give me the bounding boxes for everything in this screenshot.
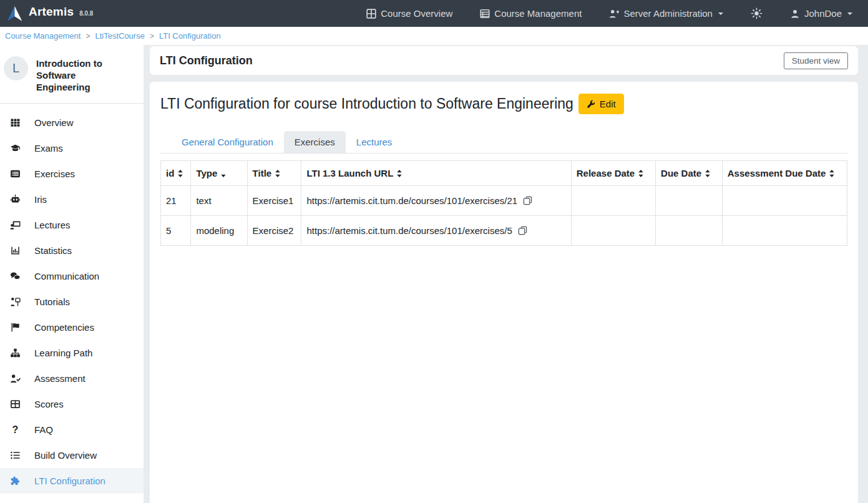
column-header-id[interactable]: id xyxy=(161,161,191,186)
cell-title: Exercise1 xyxy=(247,186,301,216)
sidebar-item-label: Iris xyxy=(34,194,47,205)
theme-toggle[interactable] xyxy=(751,7,763,19)
table-header-row: id Type Title LTI 1.3 Launch URL Release… xyxy=(161,161,847,186)
user-menu[interactable]: JohnDoe xyxy=(790,8,852,19)
launch-url-text: https://artemis.cit.tum.de/courses/101/e… xyxy=(306,225,512,236)
sort-desc-icon xyxy=(220,170,227,177)
artemis-brand[interactable]: Artemis 8.0.8 xyxy=(6,5,93,22)
cell-assessment-due-date xyxy=(722,186,847,216)
edit-button[interactable]: Edit xyxy=(578,94,624,114)
edit-button-label: Edit xyxy=(600,99,616,109)
sidebar-item-assessment[interactable]: Assessment xyxy=(0,366,144,391)
user-name: JohnDoe xyxy=(804,8,842,19)
sidebar-item-tutorials[interactable]: Tutorials xyxy=(0,289,144,315)
list-box-icon xyxy=(9,168,21,179)
chalkboard-user-icon xyxy=(9,220,21,230)
sidebar-item-label: Lectures xyxy=(34,220,71,230)
user-plus-icon xyxy=(609,9,619,19)
content-card: LTI Configuration for course Introductio… xyxy=(150,82,858,503)
list-icon xyxy=(9,450,21,461)
breadcrumb-separator: > xyxy=(150,32,154,41)
breadcrumb-separator: > xyxy=(85,32,90,41)
sort-icon xyxy=(396,170,402,177)
sidebar-item-label: LTI Configuration xyxy=(34,476,105,486)
table-row: 5 modeling Exercise2 https://artemis.cit… xyxy=(161,216,847,246)
main-column: LTI Configuration Student view LTI Confi… xyxy=(150,46,858,503)
column-header-due-date[interactable]: Due Date xyxy=(656,161,723,186)
tab-exercises[interactable]: Exercises xyxy=(284,131,346,153)
sidebar-item-statistics[interactable]: Statistics xyxy=(0,238,144,263)
chart-icon xyxy=(9,245,21,256)
page-header-bar: LTI Configuration Student view xyxy=(150,46,858,75)
comments-icon xyxy=(9,271,21,281)
column-header-type[interactable]: Type xyxy=(191,161,247,186)
column-header-title[interactable]: Title xyxy=(247,161,301,186)
sitemap-icon xyxy=(9,348,21,358)
breadcrumb-course[interactable]: LtiTestCourse xyxy=(95,31,144,41)
cell-release-date xyxy=(571,216,655,246)
page-title: LTI Configuration for course Introductio… xyxy=(160,95,573,112)
tab-general-configuration[interactable]: General Configuration xyxy=(171,131,284,153)
wrench-icon xyxy=(587,100,595,109)
graduation-cap-icon xyxy=(9,143,21,154)
table-cells-icon xyxy=(9,117,21,128)
sidebar-item-label: Exams xyxy=(34,143,63,154)
sidebar-item-label: Statistics xyxy=(34,245,72,256)
sidebar-item-label: Overview xyxy=(34,117,74,128)
column-header-release-date[interactable]: Release Date xyxy=(571,161,655,186)
user-check-icon xyxy=(9,373,21,384)
launch-url-text: https://artemis.cit.tum.de/courses/101/e… xyxy=(306,195,517,206)
sort-icon xyxy=(275,170,281,177)
person-sign-icon xyxy=(9,296,21,307)
exercises-table: id Type Title LTI 1.3 Launch URL Release… xyxy=(160,160,847,246)
column-header-launch-url[interactable]: LTI 1.3 Launch URL xyxy=(301,161,571,186)
course-title: Introduction to Software Engineering xyxy=(36,56,130,93)
sort-icon xyxy=(177,170,183,177)
table-row: 21 text Exercise1 https://artemis.cit.tu… xyxy=(161,186,847,216)
robot-icon xyxy=(9,194,21,205)
puzzle-icon xyxy=(9,476,21,486)
breadcrumb: Course Management > LtiTestCourse > LTI … xyxy=(0,27,868,45)
breadcrumb-course-management[interactable]: Course Management xyxy=(5,31,80,41)
sidebar-item-faq[interactable]: FAQ xyxy=(0,417,144,442)
tab-bar: General Configuration Exercises Lectures xyxy=(160,131,847,154)
cell-due-date xyxy=(656,186,723,216)
student-view-button[interactable]: Student view xyxy=(784,52,848,69)
nav-label: Server Administration xyxy=(623,8,713,19)
sidebar-item-exercises[interactable]: Exercises xyxy=(0,161,144,187)
sidebar-item-label: Build Overview xyxy=(34,450,97,461)
sidebar-item-exams[interactable]: Exams xyxy=(0,135,144,161)
cell-due-date xyxy=(656,216,723,246)
sidebar-item-scores[interactable]: Scores xyxy=(0,391,144,417)
nav-course-management[interactable]: Course Management xyxy=(480,8,582,19)
top-nav-links: Course Overview Course Management Server… xyxy=(366,7,852,19)
sidebar-item-lti-configuration[interactable]: LTI Configuration xyxy=(0,468,144,494)
copy-icon[interactable] xyxy=(523,196,532,205)
user-icon xyxy=(790,9,800,19)
cell-release-date xyxy=(571,186,655,216)
nav-label: Course Overview xyxy=(381,8,452,19)
sidebar-item-communication[interactable]: Communication xyxy=(0,263,144,289)
cell-type: modeling xyxy=(191,216,247,246)
sidebar-item-label: Learning Path xyxy=(34,348,92,358)
tab-lectures[interactable]: Lectures xyxy=(346,131,403,153)
column-header-assessment-due-date[interactable]: Assessment Due Date xyxy=(722,161,847,186)
nav-course-overview[interactable]: Course Overview xyxy=(366,8,452,19)
question-icon xyxy=(9,424,21,436)
nav-server-administration[interactable]: Server Administration xyxy=(609,8,723,19)
sidebar-item-lectures[interactable]: Lectures xyxy=(0,212,144,238)
sidebar-item-iris[interactable]: Iris xyxy=(0,187,144,212)
cell-assessment-due-date xyxy=(722,216,847,246)
sidebar-item-label: Exercises xyxy=(34,168,75,179)
sort-icon xyxy=(638,170,644,177)
sidebar-item-label: Communication xyxy=(34,271,99,281)
sidebar-item-build-overview[interactable]: Build Overview xyxy=(0,442,144,468)
artemis-logo-icon xyxy=(6,5,23,22)
copy-icon[interactable] xyxy=(518,226,527,235)
top-navbar: Artemis 8.0.8 Course Overview Course Man… xyxy=(0,0,868,27)
sidebar-item-learning-path[interactable]: Learning Path xyxy=(0,340,144,366)
sidebar-item-overview[interactable]: Overview xyxy=(0,110,144,135)
sidebar-item-competencies[interactable]: Competencies xyxy=(0,315,144,340)
breadcrumb-lti-configuration[interactable]: LTI Configuration xyxy=(159,31,221,41)
sidebar-item-label: Scores xyxy=(34,399,64,409)
